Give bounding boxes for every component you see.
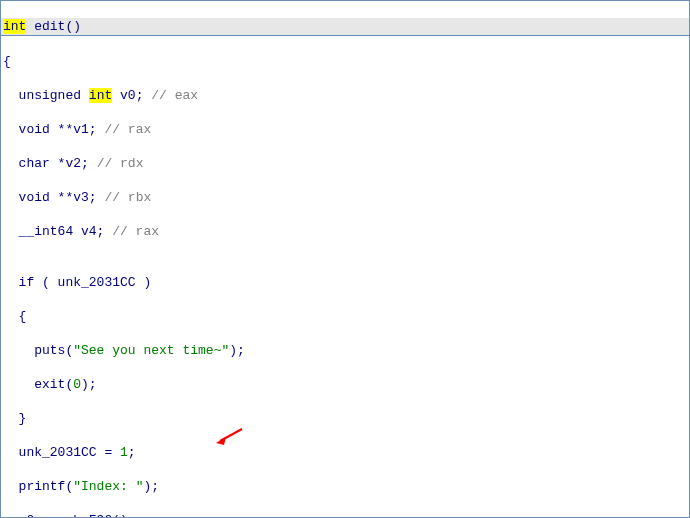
comment: // rdx [97, 156, 144, 171]
comment: // rbx [104, 190, 151, 205]
comment: // rax [104, 122, 151, 137]
code-line[interactable]: __int64 v4; // rax [1, 223, 689, 240]
comment: // eax [151, 88, 198, 103]
code-line[interactable]: { [1, 308, 689, 325]
code-line[interactable]: { [1, 53, 689, 70]
function-name: edit [34, 19, 65, 34]
string-literal: "See you next time~" [73, 343, 229, 358]
keyword-int: int [89, 88, 112, 103]
code-line[interactable]: void **v1; // rax [1, 121, 689, 138]
code-line[interactable]: } [1, 410, 689, 427]
keyword-int: int [3, 19, 26, 34]
code-line[interactable]: printf("Index: "); [1, 478, 689, 495]
code-line[interactable]: void **v3; // rbx [1, 189, 689, 206]
code-line[interactable]: unsigned int v0; // eax [1, 87, 689, 104]
code-line[interactable]: v0 = sub_F90(); [1, 512, 689, 518]
code-area[interactable]: int edit() { unsigned int v0; // eax voi… [1, 1, 689, 518]
comment: // rax [112, 224, 159, 239]
number-literal: 1 [120, 445, 128, 460]
code-line[interactable]: puts("See you next time~"); [1, 342, 689, 359]
decompiler-view: int edit() { unsigned int v0; // eax voi… [1, 1, 689, 517]
function-declaration[interactable]: int edit() [1, 18, 689, 36]
number-literal: 0 [73, 377, 81, 392]
code-line[interactable]: exit(0); [1, 376, 689, 393]
code-line[interactable]: if ( unk_2031CC ) [1, 274, 689, 291]
code-line[interactable]: unk_2031CC = 1; [1, 444, 689, 461]
string-literal: "Index: " [73, 479, 143, 494]
code-line[interactable]: char *v2; // rdx [1, 155, 689, 172]
